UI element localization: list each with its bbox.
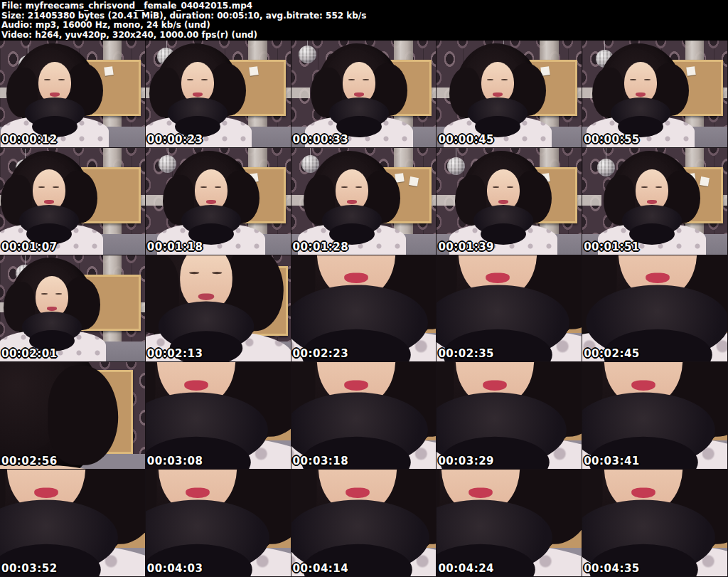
person-lips [636, 92, 646, 97]
video-thumbnail: 00:01:18 [146, 148, 291, 255]
timestamp-overlay: 00:00:33 [293, 133, 349, 146]
person [291, 362, 437, 469]
person-hair [0, 362, 105, 469]
timestamp-overlay: 00:01:07 [1, 240, 58, 253]
file-info-header: File: myfreecams_chrisvond__female_04042… [0, 0, 728, 41]
thumbnail-image [146, 255, 291, 362]
video-thumbnail: 00:00:45 [437, 41, 582, 148]
person-scarf [159, 302, 254, 351]
person-lips [50, 92, 60, 97]
video-thumbnail: 00:01:51 [582, 148, 728, 255]
person-scarf [322, 205, 382, 236]
person [291, 470, 437, 576]
timestamp-overlay: 00:04:35 [584, 562, 640, 575]
person-lips [347, 200, 357, 204]
video-thumbnail: 00:02:45 [582, 255, 728, 363]
thumbnail-image [437, 470, 582, 576]
thumbnail-image [146, 148, 291, 255]
video-thumbnail: 00:03:29 [437, 362, 582, 470]
person [11, 43, 99, 147]
thumbnail-image [582, 148, 727, 255]
person [608, 151, 696, 255]
person [0, 362, 109, 469]
thumbnail-image [146, 470, 291, 576]
person [8, 258, 96, 361]
person-lips [631, 488, 655, 498]
person-lips [186, 488, 210, 498]
thumbnail-image [291, 470, 437, 576]
timestamp-overlay: 00:04:24 [438, 562, 494, 575]
person [154, 43, 242, 147]
timestamp-overlay: 00:03:52 [1, 562, 58, 575]
person-lips [44, 200, 54, 204]
person-lips [34, 488, 58, 498]
timestamp-overlay: 00:01:39 [438, 240, 494, 253]
thumbnail-grid: 00:00:12 00:00: [0, 41, 728, 577]
person-lips [346, 488, 370, 498]
video-thumbnail: 00:03:52 [0, 470, 146, 577]
file-size-line: Size: 21405380 bytes (20.41 MiB), durati… [1, 11, 727, 21]
video-thumbnail: 00:04:14 [291, 470, 437, 577]
video-thumbnail: 00:02:01 [0, 255, 146, 363]
person-lips [498, 200, 508, 204]
person [437, 255, 582, 362]
thumbnail-image [0, 255, 145, 362]
person-scarf [19, 205, 79, 236]
person-lips [193, 92, 203, 97]
thumbnail-image [582, 41, 727, 147]
timestamp-overlay: 00:01:51 [584, 240, 640, 253]
person-lips [486, 273, 510, 283]
timestamp-overlay: 00:00:12 [1, 133, 58, 146]
video-thumbnail: 00:01:39 [437, 148, 582, 255]
thumbnail-image [291, 41, 437, 147]
person-lips [354, 92, 364, 97]
person-lips [647, 200, 657, 204]
person-lips [344, 273, 368, 283]
person [167, 151, 255, 255]
thumbnail-image [291, 362, 437, 469]
person-lips [184, 381, 208, 391]
thumbnail-image [582, 362, 727, 469]
timestamp-overlay: 00:02:45 [584, 347, 640, 360]
video-thumbnail: 00:03:18 [291, 362, 437, 470]
file-name-line: File: myfreecams_chrisvond__female_04042… [1, 1, 727, 11]
person [459, 151, 547, 255]
thumbnail-image [582, 255, 727, 362]
video-thumbnail: 00:02:35 [437, 255, 582, 363]
thumbnail-image [291, 148, 437, 255]
timestamp-overlay: 00:02:01 [1, 347, 58, 360]
person-scarf [473, 205, 533, 236]
video-thumbnail: 00:03:41 [582, 362, 728, 470]
person [582, 362, 727, 469]
timestamp-overlay: 00:03:08 [147, 455, 203, 467]
thumbnail-image [0, 362, 145, 469]
person-scarf [22, 312, 82, 343]
video-thumbnail: 00:04:24 [437, 470, 582, 577]
video-thumbnail: 00:01:28 [291, 148, 437, 255]
timestamp-overlay: 00:03:18 [293, 455, 349, 467]
audio-info-line: Audio: mp3, 16000 Hz, mono, 24 kb/s (und… [1, 21, 727, 31]
thumbnail-image [0, 470, 145, 576]
video-thumbnail: 00:00:23 [146, 41, 291, 148]
timestamp-overlay: 00:00:45 [438, 133, 494, 146]
person [596, 43, 685, 147]
thumbnail-image [146, 41, 291, 147]
person-scarf [622, 205, 682, 236]
video-thumbnail: 00:00:55 [582, 41, 728, 148]
timestamp-overlay: 00:03:41 [584, 455, 640, 467]
person [0, 470, 145, 576]
timestamp-overlay: 00:02:56 [1, 455, 58, 467]
timestamp-overlay: 00:02:13 [147, 347, 203, 360]
person [5, 151, 93, 255]
video-thumbnail: 00:02:23 [291, 255, 437, 363]
person-lips [483, 381, 507, 391]
video-thumbnail: 00:04:03 [146, 470, 291, 577]
person-scarf [329, 97, 389, 129]
person-scarf [25, 97, 85, 129]
person [582, 470, 727, 576]
video-thumbnail: 00:03:08 [146, 362, 291, 470]
timestamp-overlay: 00:00:23 [147, 133, 203, 146]
person-lips [344, 381, 368, 391]
video-thumbnail: 00:04:35 [582, 470, 728, 577]
thumbnail-image [437, 255, 582, 362]
